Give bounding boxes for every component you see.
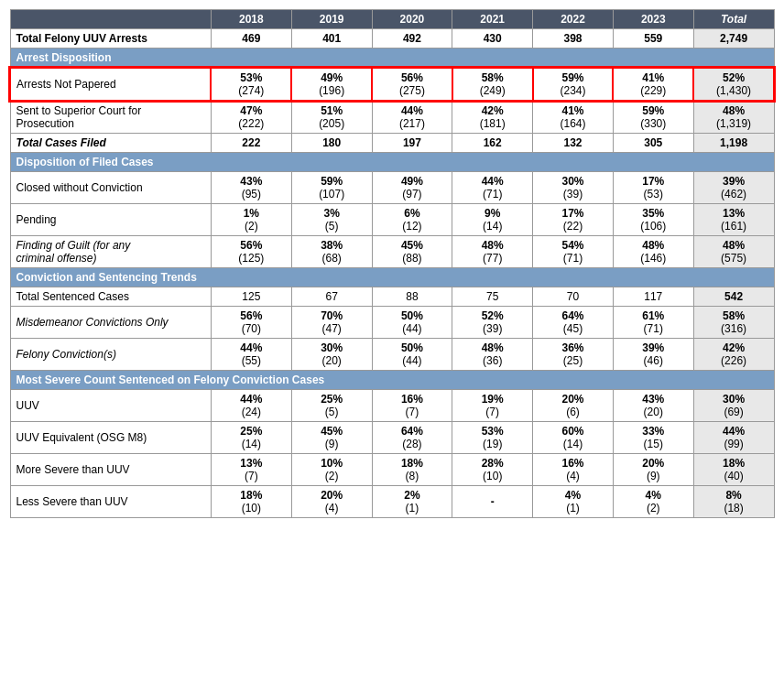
- table-row: Conviction and Sentencing Trends: [10, 268, 774, 287]
- section-header-cell: Conviction and Sentencing Trends: [10, 268, 774, 287]
- row-value: 18%(10): [211, 486, 291, 518]
- row-value: 48%(77): [452, 236, 533, 268]
- row-value: -: [452, 486, 533, 518]
- row-value: 19%(7): [452, 390, 533, 422]
- row-value: 162: [452, 134, 533, 153]
- row-value: 56%(275): [372, 68, 452, 101]
- row-value: 4%(1): [533, 486, 614, 518]
- row-label: Sent to Superior Court forProsecution: [10, 101, 211, 134]
- row-value: 56%(70): [211, 307, 291, 339]
- row-label: UUV Equivalent (OSG M8): [10, 422, 211, 454]
- row-value: 48%(36): [452, 339, 533, 371]
- row-value: 492: [372, 29, 452, 49]
- row-value: 56%(125): [211, 236, 291, 268]
- row-value: 6%(12): [372, 204, 452, 236]
- row-value: 48%(1,319): [693, 101, 774, 134]
- row-value: 20%(6): [533, 390, 614, 422]
- row-label: Pending: [10, 204, 211, 236]
- header-row: 2018 2019 2020 2021 2022 2023 Total: [10, 10, 774, 29]
- row-value: 180: [291, 134, 372, 153]
- row-value: 8%(18): [693, 486, 774, 518]
- row-value: 44%(217): [372, 101, 452, 134]
- table-row: Felony Conviction(s)44%(55)30%(20)50%(44…: [10, 339, 774, 371]
- table-row: Finding of Guilt (for anycriminal offens…: [10, 236, 774, 268]
- col-header-2021: 2021: [452, 10, 533, 29]
- row-value: 9%(14): [452, 204, 533, 236]
- row-value: 50%(44): [372, 339, 452, 371]
- col-header-total: Total: [693, 10, 774, 29]
- row-label: Felony Conviction(s): [10, 339, 211, 371]
- col-header-2023: 2023: [613, 10, 693, 29]
- section-header-cell: Arrest Disposition: [10, 49, 774, 69]
- table-row: Arrests Not Papered53%(274)49%(196)56%(2…: [10, 68, 774, 101]
- row-value: 44%(24): [211, 390, 291, 422]
- row-value: 197: [372, 134, 452, 153]
- row-value: 430: [452, 29, 533, 49]
- table-row: Total Felony UUV Arrests4694014924303985…: [10, 29, 774, 49]
- row-value: 44%(71): [452, 172, 533, 204]
- row-value: 35%(106): [613, 204, 693, 236]
- row-value: 20%(9): [613, 454, 693, 486]
- row-value: 51%(205): [291, 101, 372, 134]
- col-header-2020: 2020: [372, 10, 452, 29]
- row-value: 48%(575): [693, 236, 774, 268]
- table-row: Total Cases Filed2221801971621323051,198: [10, 134, 774, 153]
- row-value: 39%(46): [613, 339, 693, 371]
- row-value: 45%(9): [291, 422, 372, 454]
- section-header-cell: Disposition of Filed Cases: [10, 153, 774, 172]
- row-value: 41%(229): [613, 68, 693, 101]
- row-value: 117: [613, 287, 693, 307]
- row-value: 3%(5): [291, 204, 372, 236]
- row-label: More Severe than UUV: [10, 454, 211, 486]
- row-label: Misdemeanor Convictions Only: [10, 307, 211, 339]
- row-value: 52%(39): [452, 307, 533, 339]
- row-value: 1,198: [693, 134, 774, 153]
- row-value: 4%(2): [613, 486, 693, 518]
- row-value: 43%(20): [613, 390, 693, 422]
- row-value: 70%(47): [291, 307, 372, 339]
- row-value: 59%(107): [291, 172, 372, 204]
- main-table: 2018 2019 2020 2021 2022 2023 Total Tota…: [9, 9, 775, 518]
- row-value: 64%(28): [372, 422, 452, 454]
- row-value: 469: [211, 29, 291, 49]
- row-value: 48%(146): [613, 236, 693, 268]
- row-value: 49%(97): [372, 172, 452, 204]
- row-label: UUV: [10, 390, 211, 422]
- row-value: 20%(4): [291, 486, 372, 518]
- row-label: Total Felony UUV Arrests: [10, 29, 211, 49]
- row-value: 67: [291, 287, 372, 307]
- table-row: More Severe than UUV13%(7)10%(2)18%(8)28…: [10, 454, 774, 486]
- row-value: 16%(7): [372, 390, 452, 422]
- row-label: Closed without Conviction: [10, 172, 211, 204]
- row-value: 28%(10): [452, 454, 533, 486]
- row-value: 132: [533, 134, 614, 153]
- row-value: 305: [613, 134, 693, 153]
- row-value: 44%(99): [693, 422, 774, 454]
- table-row: Most Severe Count Sentenced on Felony Co…: [10, 371, 774, 390]
- row-value: 36%(25): [533, 339, 614, 371]
- row-value: 13%(7): [211, 454, 291, 486]
- row-value: 47%(222): [211, 101, 291, 134]
- row-value: 17%(53): [613, 172, 693, 204]
- table-row: Total Sentenced Cases12567887570117542: [10, 287, 774, 307]
- row-value: 53%(19): [452, 422, 533, 454]
- row-value: 16%(4): [533, 454, 614, 486]
- row-label: Total Sentenced Cases: [10, 287, 211, 307]
- row-value: 542: [693, 287, 774, 307]
- row-value: 38%(68): [291, 236, 372, 268]
- row-value: 42%(181): [452, 101, 533, 134]
- table-row: Misdemeanor Convictions Only56%(70)70%(4…: [10, 307, 774, 339]
- row-value: 13%(161): [693, 204, 774, 236]
- row-value: 53%(274): [211, 68, 291, 101]
- row-value: 61%(71): [613, 307, 693, 339]
- table-row: Pending1%(2)3%(5)6%(12)9%(14)17%(22)35%(…: [10, 204, 774, 236]
- table-row: Closed without Conviction43%(95)59%(107)…: [10, 172, 774, 204]
- row-value: 559: [613, 29, 693, 49]
- row-value: 125: [211, 287, 291, 307]
- table-row: UUV44%(24)25%(5)16%(7)19%(7)20%(6)43%(20…: [10, 390, 774, 422]
- col-header-2019: 2019: [291, 10, 372, 29]
- row-value: 75: [452, 287, 533, 307]
- row-value: 58%(316): [693, 307, 774, 339]
- row-value: 401: [291, 29, 372, 49]
- row-value: 52%(1,430): [693, 68, 774, 101]
